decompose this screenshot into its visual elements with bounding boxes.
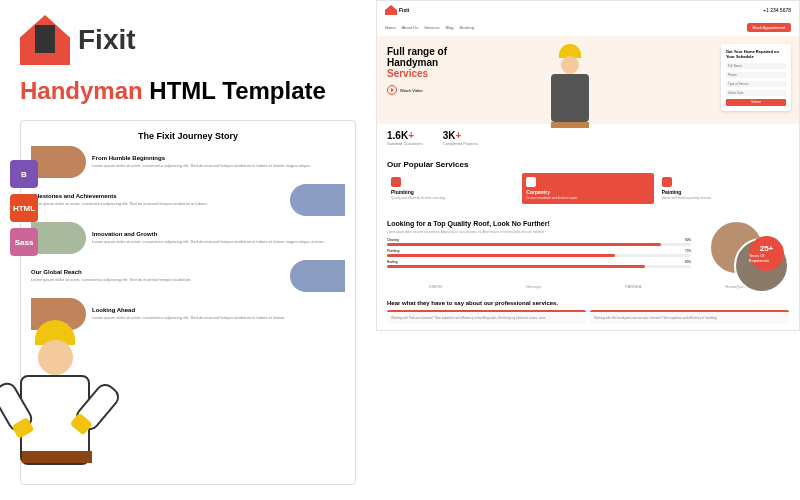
hero-section: Full range ofHandymanServices Watch Vide… [377, 36, 799, 124]
service-card[interactable]: PlumbingQuickly and efficiently fix leak… [387, 173, 518, 204]
service-card[interactable]: CarpentryCustom woodwork and furniture r… [522, 173, 653, 204]
story-title: The Fixit Journey Story [31, 131, 345, 141]
logo-icon [20, 15, 70, 65]
brand-logo: Fixit [20, 15, 356, 65]
story-item: From Humble BeginningsLorem ipsum dolor … [31, 146, 345, 178]
form-title: Get Your Home Repaired on Your Schedule [726, 49, 786, 59]
brands-row: SIMON Harveys PANGEA HomeQuest [377, 279, 799, 294]
play-icon [387, 85, 397, 95]
quote-form: Get Your Home Repaired on Your Schedule … [721, 44, 791, 111]
nav-link[interactable]: About Us [402, 25, 418, 30]
date-field[interactable] [726, 90, 786, 96]
header-logo[interactable]: Fixit [385, 5, 409, 15]
brand-logo: SIMON [429, 284, 442, 289]
site-header: Fixit +1 234 5678 [377, 1, 799, 19]
tagline: Handyman HTML Template [20, 77, 356, 105]
watch-video-button[interactable]: Watch Video [387, 85, 548, 95]
tech-badges: B HTML Sass [10, 160, 38, 256]
story-item: Milestones and AchievementsLorem ipsum d… [31, 184, 345, 216]
stats-row: 1.6K+Satisfied Customers 3K+Completed Pr… [377, 124, 799, 152]
brand-logo: Harveys [526, 284, 541, 289]
html-icon: HTML [10, 194, 38, 222]
skill-bar: Roofing85% [387, 260, 691, 268]
tagline-accent: Handyman [20, 77, 143, 104]
service-field[interactable] [726, 81, 786, 87]
hero-worker-image [537, 44, 602, 124]
brand-logo: PANGEA [625, 284, 641, 289]
wrench-icon [391, 177, 401, 187]
brush-icon [662, 177, 672, 187]
nav-link[interactable]: Home [385, 25, 396, 30]
nav-link[interactable]: Booking [459, 25, 473, 30]
main-nav: Home About Us Services Blog Booking Book… [377, 19, 799, 36]
story-image [290, 184, 345, 216]
nav-link[interactable]: Blog [445, 25, 453, 30]
submit-button[interactable]: Submit [726, 99, 786, 106]
brand-name: Fixit [78, 24, 136, 56]
testimonial-card: Working with this handyman service was a… [590, 310, 789, 324]
worker-illustration [0, 320, 130, 500]
bootstrap-icon: B [10, 160, 38, 188]
story-image [31, 222, 86, 254]
quality-title: Looking for a Top Quality Roof, Look No … [387, 220, 691, 227]
service-card[interactable]: PaintingInterior and exterior painting s… [658, 173, 789, 204]
preview-panel: Fixit +1 234 5678 Home About Us Services… [376, 0, 800, 331]
testimonial-card: Working with Fixit was fantastic! Their … [387, 310, 586, 324]
story-item: Our Global ReachLorem ipsum dolor sit am… [31, 260, 345, 292]
experience-badge: 25+Years Of Experience [749, 236, 784, 271]
services-title: Our Popular Services [387, 160, 789, 169]
sass-icon: Sass [10, 228, 38, 256]
quality-section: Looking for a Top Quality Roof, Look No … [377, 212, 799, 279]
story-image [31, 146, 86, 178]
skill-bar: Cleaning90% [387, 238, 691, 246]
quality-desc: Lorem ipsum dolor sit amet consectetur. … [387, 230, 691, 234]
stat: 1.6K+Satisfied Customers [387, 130, 423, 146]
stat: 3K+Completed Projects [443, 130, 478, 146]
services-section: Our Popular Services PlumbingQuickly and… [377, 152, 799, 212]
story-item: Innovation and GrowthLorem ipsum dolor s… [31, 222, 345, 254]
cta-button[interactable]: Book Appointment [747, 23, 791, 32]
name-field[interactable] [726, 63, 786, 69]
phone-field[interactable] [726, 72, 786, 78]
header-phone: +1 234 5678 [763, 7, 791, 13]
skill-bar: Plumbing75% [387, 249, 691, 257]
saw-icon [526, 177, 536, 187]
hero-title: Full range ofHandymanServices [387, 46, 548, 79]
testimonials-title: Hear what they have to say about our pro… [387, 300, 789, 306]
story-image [290, 260, 345, 292]
testimonials-section: Hear what they have to say about our pro… [377, 294, 799, 330]
logo-icon [385, 5, 397, 15]
nav-link[interactable]: Services [424, 25, 439, 30]
